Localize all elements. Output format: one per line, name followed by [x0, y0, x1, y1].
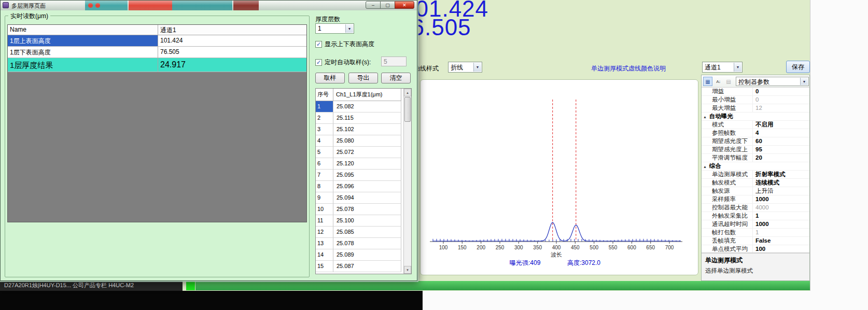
- sample-row[interactable]: 725.095: [316, 170, 411, 181]
- sample-row[interactable]: 1525.087: [316, 261, 411, 272]
- curve-style-select[interactable]: 折线 ▼: [448, 62, 482, 73]
- property-row[interactable]: 单边测厚模式折射率模式: [702, 171, 809, 179]
- categorized-view-button[interactable]: ▦: [703, 77, 712, 86]
- property-label: 增益: [712, 88, 724, 95]
- show-surfaces-checkbox[interactable]: ✓ 显示上下表面高度: [315, 40, 374, 49]
- sample-value: 25.078: [333, 204, 401, 215]
- close-button[interactable]: ✕: [395, 1, 414, 9]
- sample-button[interactable]: 取样: [315, 73, 345, 83]
- sample-row[interactable]: 1025.078: [316, 204, 411, 215]
- property-row[interactable]: 通讯超时时间1000: [702, 220, 809, 229]
- dialog-client-area: 实时读数(μm) Name 通道1 1层上表面高度101.4241层下表面高度7…: [1, 10, 417, 280]
- sample-row[interactable]: 1225.085: [316, 227, 411, 238]
- property-row[interactable]: 采样频率1000: [702, 195, 809, 204]
- property-pages-icon: ▤: [726, 79, 731, 84]
- property-value: 上升沿: [752, 187, 809, 195]
- property-row[interactable]: 最小增益0: [702, 96, 809, 104]
- sample-value: 25.089: [333, 249, 401, 261]
- sample-value: 25.102: [333, 124, 401, 135]
- status-bar-green: [195, 281, 810, 290]
- sort-az-icon: A↓: [716, 79, 720, 84]
- sample-index: 12: [316, 227, 333, 238]
- property-row[interactable]: 模式不启用: [702, 121, 809, 129]
- property-pages-button[interactable]: ▤: [724, 77, 733, 86]
- sample-row[interactable]: 1425.089: [316, 249, 411, 261]
- dashed-line-legend-note: 单边测厚模式虚线颜色说明: [591, 64, 666, 73]
- sample-row[interactable]: 1325.078: [316, 238, 411, 249]
- parameter-group-select[interactable]: 控制器参数 ▼: [736, 77, 809, 86]
- sample-row[interactable]: 825.096: [316, 181, 411, 192]
- property-value: 100: [752, 245, 809, 253]
- intensity-readout: 曝光强:409: [510, 259, 540, 267]
- sample-value: 25.072: [333, 147, 401, 158]
- sample-value: 25.082: [333, 101, 401, 112]
- property-row[interactable]: 丢帧填充False: [702, 237, 809, 245]
- sample-row[interactable]: 325.102: [316, 124, 411, 135]
- sample-value: 25.087: [333, 261, 401, 272]
- screen: 101.424 76.505 曲线样式 折线 ▼ 单边测厚模式虚线颜色说明 通道…: [0, 0, 868, 310]
- property-row[interactable]: 增益0: [702, 88, 809, 96]
- chevron-down-icon: ▼: [734, 63, 741, 72]
- property-row[interactable]: 最大增益12: [702, 104, 809, 112]
- property-row[interactable]: 平滑调节幅度20: [702, 154, 809, 162]
- sample-interval-input[interactable]: [381, 57, 407, 66]
- sample-index: 13: [316, 238, 333, 249]
- property-row[interactable]: 触发模式连续模式: [702, 179, 809, 187]
- auto-sample-checkbox[interactable]: ✓ 定时自动取样(s):: [315, 58, 371, 67]
- samples-scrollbar[interactable]: ▲ ▼: [403, 89, 411, 274]
- svg-text:150: 150: [458, 245, 467, 250]
- sample-row[interactable]: 225.115: [316, 112, 411, 124]
- alphabetical-sort-button[interactable]: A↓: [713, 77, 723, 86]
- svg-text:300: 300: [514, 245, 523, 250]
- property-value: False: [752, 237, 809, 245]
- scroll-up-icon[interactable]: ▲: [404, 89, 411, 96]
- sample-row[interactable]: 525.072: [316, 147, 411, 158]
- channel-select[interactable]: 通道1 ▼: [702, 62, 743, 73]
- svg-text:100: 100: [439, 245, 448, 250]
- property-row[interactable]: 触发源上升沿: [702, 187, 809, 195]
- property-row[interactable]: 参照帧数4: [702, 129, 809, 137]
- property-row[interactable]: 外触发采集比1: [702, 212, 809, 220]
- scroll-down-icon[interactable]: ▼: [404, 266, 411, 274]
- sample-row[interactable]: 625.120: [316, 158, 411, 170]
- property-label: 丢帧填充: [712, 237, 736, 245]
- export-button[interactable]: 导出: [348, 73, 378, 83]
- taskbar-text: D27A20R1烛|H4UY-D15... 公司产品专栏 H4UC-M2: [4, 282, 134, 288]
- reading-row[interactable]: 1层上表面高度101.424: [8, 35, 306, 47]
- property-label: 模式: [712, 121, 724, 129]
- thickness-layers-label: 厚度层数: [315, 15, 340, 24]
- property-category-row[interactable]: ▲综合: [702, 162, 809, 171]
- sample-row[interactable]: 425.080: [316, 135, 411, 147]
- save-button[interactable]: 保存: [786, 61, 810, 73]
- property-row[interactable]: 控制器最大能4000: [702, 204, 809, 212]
- property-row[interactable]: 期望感光度下60: [702, 137, 809, 146]
- controller-parameters-panel: ▦ A↓ ▤ 控制器参数 ▼ 增益0最小增益0最大增益12▲自动曝光模式不启用参…: [701, 75, 810, 281]
- clear-button[interactable]: 清空: [381, 73, 411, 83]
- sample-value: 25.096: [333, 181, 401, 192]
- reading-row[interactable]: 1层厚度结果24.917: [8, 58, 306, 72]
- property-row[interactable]: 期望感光度上95: [702, 146, 809, 154]
- sample-index: 1: [316, 101, 333, 112]
- chevron-down-icon: ▼: [800, 78, 808, 85]
- sample-row[interactable]: 925.094: [316, 192, 411, 204]
- property-row[interactable]: 帧打包数1: [702, 229, 809, 237]
- column-header-channel1: 通道1: [158, 25, 306, 35]
- sample-index: 14: [316, 249, 333, 261]
- property-value: 不启用: [752, 121, 809, 129]
- sample-value: 25.094: [333, 192, 401, 204]
- dialog-titlebar[interactable]: 多层测厚页面 – ▢ ✕: [1, 1, 417, 10]
- property-label: 触发源: [712, 187, 730, 195]
- sample-index: 5: [316, 147, 333, 158]
- taskbar-item[interactable]: D27A20R1烛|H4UY-D15... 公司产品专栏 H4UC-M2: [0, 280, 183, 291]
- sample-row[interactable]: 1125.100: [316, 215, 411, 227]
- minimize-button[interactable]: –: [366, 1, 381, 9]
- sample-row[interactable]: 125.082: [316, 101, 411, 112]
- property-category-row[interactable]: ▲自动曝光: [702, 112, 809, 121]
- maximize-button[interactable]: ▢: [380, 1, 395, 9]
- reading-name: 1层上表面高度: [8, 35, 158, 47]
- svg-text:550: 550: [609, 245, 618, 250]
- channel-value: 通道1: [705, 63, 721, 72]
- reading-row[interactable]: 1层下表面高度76.505: [8, 47, 306, 58]
- thickness-layers-select[interactable]: 1 ▼: [315, 23, 354, 34]
- scrollbar-thumb[interactable]: [404, 97, 411, 122]
